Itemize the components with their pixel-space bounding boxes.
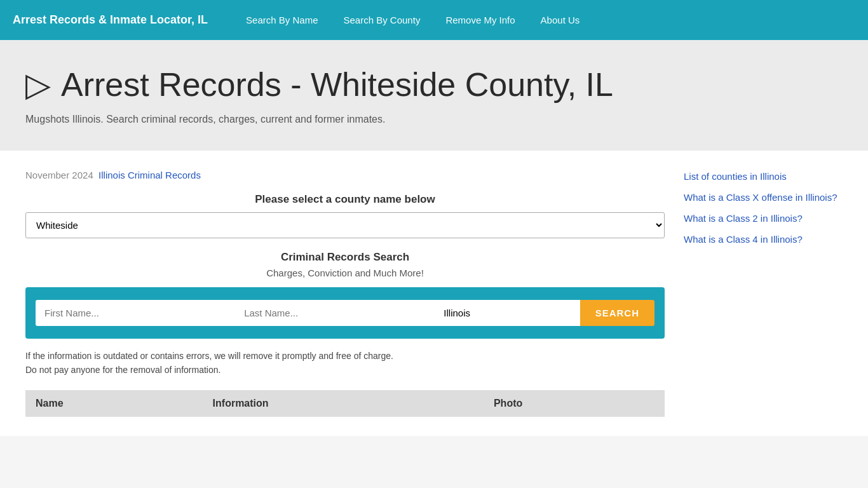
- criminal-records-link[interactable]: Illinois Criminal Records: [98, 170, 201, 180]
- main-content: November 2024 Illinois Criminal Records …: [0, 151, 868, 436]
- disclaimer-line2: Do not pay anyone for the removal of inf…: [25, 365, 220, 375]
- nav-link-search-by-name[interactable]: Search By Name: [233, 0, 330, 40]
- table-col-name: Name: [25, 390, 203, 417]
- table-header: Name Information Photo: [25, 390, 665, 417]
- table-col-photo: Photo: [484, 390, 665, 417]
- results-table: Name Information Photo: [25, 390, 665, 417]
- search-box: SEARCH: [25, 287, 665, 339]
- hero-title-text: Arrest Records - Whiteside County, IL: [61, 65, 613, 104]
- nav-link-search-by-county[interactable]: Search By County: [330, 0, 433, 40]
- first-name-input[interactable]: [36, 300, 235, 326]
- county-select[interactable]: Whiteside: [25, 212, 665, 238]
- search-button[interactable]: SEARCH: [580, 300, 654, 326]
- search-subtitle: Charges, Conviction and Much More!: [25, 268, 665, 278]
- sidebar-link-0[interactable]: List of counties in Illinois: [684, 170, 843, 183]
- hero-subtitle: Mugshots Illinois. Search criminal recor…: [25, 114, 843, 125]
- sidebar-link-2[interactable]: What is a Class 2 in Illinois?: [684, 212, 843, 225]
- hero-section: ▷ Arrest Records - Whiteside County, IL …: [0, 40, 868, 151]
- date-text: November 2024: [25, 170, 93, 180]
- sidebar: List of counties in Illinois What is a C…: [684, 170, 843, 417]
- nav-link-remove-my-info[interactable]: Remove My Info: [433, 0, 527, 40]
- county-selector-section: Please select a county name below Whites…: [25, 193, 665, 238]
- disclaimer: If the information is outdated or contai…: [25, 349, 665, 377]
- nav-link-about-us[interactable]: About Us: [528, 0, 593, 40]
- nav-links: Search By Name Search By County Remove M…: [233, 0, 592, 40]
- play-icon: ▷: [25, 65, 51, 104]
- content-left: November 2024 Illinois Criminal Records …: [25, 170, 665, 417]
- search-title: Criminal Records Search: [25, 251, 665, 264]
- date-line: November 2024 Illinois Criminal Records: [25, 170, 665, 180]
- last-name-input[interactable]: [235, 300, 435, 326]
- table-header-row: Name Information Photo: [25, 390, 665, 417]
- search-section: Criminal Records Search Charges, Convict…: [25, 251, 665, 339]
- sidebar-link-1[interactable]: What is a Class X offense in Illinois?: [684, 191, 843, 204]
- state-input[interactable]: [435, 300, 580, 326]
- sidebar-link-3[interactable]: What is a Class 4 in Illinois?: [684, 233, 843, 246]
- disclaimer-line1: If the information is outdated or contai…: [25, 351, 393, 361]
- nav-brand: Arrest Records & Inmate Locator, IL: [13, 13, 208, 27]
- county-selector-label: Please select a county name below: [25, 193, 665, 206]
- hero-title: ▷ Arrest Records - Whiteside County, IL: [25, 65, 843, 104]
- table-col-information: Information: [203, 390, 484, 417]
- navbar: Arrest Records & Inmate Locator, IL Sear…: [0, 0, 868, 40]
